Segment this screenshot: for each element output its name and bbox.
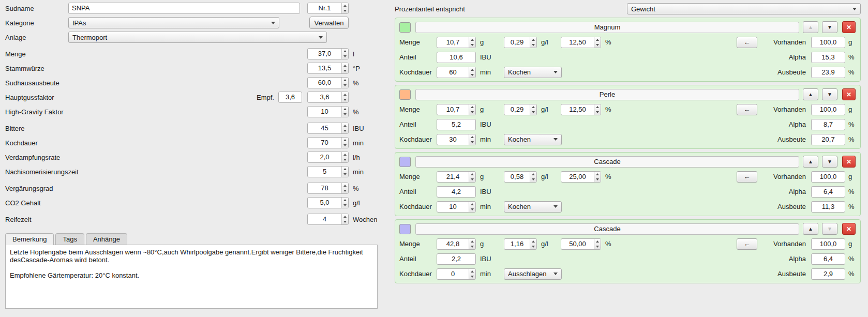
stepper-up-icon[interactable] [342, 123, 348, 128]
stepper-up-icon[interactable] [469, 239, 475, 244]
stepper-down-icon[interactable] [594, 177, 601, 182]
delete-hop-button[interactable]: ✕ [842, 156, 856, 168]
hop-gl-spinbox[interactable]: 0,58 [504, 171, 537, 183]
stepper[interactable] [341, 123, 348, 133]
stepper-up-icon[interactable] [342, 49, 348, 54]
stepper-up-icon[interactable] [594, 239, 601, 244]
stepper-up-icon[interactable] [469, 202, 475, 207]
stepper-up-icon[interactable] [530, 239, 536, 244]
stepper[interactable] [469, 172, 475, 182]
stepper-down-icon[interactable] [342, 112, 348, 117]
stepper-down-icon[interactable] [469, 140, 475, 145]
stepper-up-icon[interactable] [342, 198, 348, 203]
stepper-down-icon[interactable] [530, 42, 536, 48]
hop-color-swatch[interactable] [399, 224, 411, 234]
stepper-up-icon[interactable] [594, 172, 601, 177]
stepper[interactable] [594, 239, 601, 249]
stepper-down-icon[interactable] [342, 8, 348, 13]
stepper-down-icon[interactable] [342, 157, 348, 162]
stepper-down-icon[interactable] [342, 219, 348, 224]
stepper-up-icon[interactable] [342, 78, 348, 83]
stepper[interactable] [469, 269, 475, 279]
stepper-down-icon[interactable] [530, 244, 536, 249]
stepper-up-icon[interactable] [342, 138, 348, 143]
hop-kochdauer-spinbox[interactable]: 0 [437, 268, 476, 280]
stepper-down-icon[interactable] [469, 177, 475, 182]
stepper[interactable] [530, 239, 536, 249]
tab-bemerkung[interactable]: Bemerkung [5, 233, 54, 245]
stepper-up-icon[interactable] [469, 172, 475, 177]
stepper-down-icon[interactable] [594, 244, 601, 249]
hop-phase-select[interactable]: Kochen [504, 134, 562, 145]
vergaerungsgrad-spinbox[interactable]: 78 [307, 183, 349, 194]
move-up-button[interactable]: ▲ [803, 21, 818, 33]
stepper-up-icon[interactable] [342, 152, 348, 157]
stepper[interactable] [341, 152, 348, 162]
stepper-down-icon[interactable] [469, 207, 475, 212]
ausbeute-field[interactable]: 23,9 [811, 67, 845, 78]
stepper[interactable] [341, 63, 348, 73]
stepper[interactable] [594, 172, 601, 182]
reifezeit-spinbox[interactable]: 4 [307, 214, 349, 225]
vorhanden-field[interactable]: 100,0 [811, 37, 845, 48]
stepper-down-icon[interactable] [342, 128, 348, 133]
sudname-input[interactable]: SNPA [68, 3, 300, 14]
hop-name-field[interactable]: Cascade [415, 223, 799, 235]
delete-hop-button[interactable]: ✕ [842, 88, 856, 100]
stepper-up-icon[interactable] [342, 3, 348, 8]
move-down-button[interactable]: ▼ [822, 223, 837, 235]
menge-spinbox[interactable]: 37,0 [307, 48, 349, 59]
stepper-down-icon[interactable] [342, 203, 348, 208]
stepper-down-icon[interactable] [342, 188, 348, 193]
hop-name-field[interactable]: Magnum [415, 22, 799, 33]
stepper-up-icon[interactable] [342, 214, 348, 219]
stepper[interactable] [341, 198, 348, 208]
stepper-down-icon[interactable] [342, 83, 348, 88]
hauptgussfaktor-spinbox[interactable]: 3,6 [307, 92, 349, 103]
take-from-stock-button[interactable]: ← [737, 37, 757, 48]
stepper[interactable] [469, 37, 475, 48]
vorhanden-field[interactable]: 100,0 [811, 171, 845, 183]
hop-prozent-spinbox[interactable]: 12,50 [561, 37, 601, 48]
stepper[interactable] [530, 172, 536, 182]
stepper-down-icon[interactable] [469, 72, 475, 78]
hop-color-swatch[interactable] [399, 89, 411, 100]
hop-phase-select[interactable]: Kochen [504, 201, 562, 213]
hop-prozent-spinbox[interactable]: 50,00 [561, 238, 601, 250]
alpha-field[interactable]: 8,7 [811, 119, 845, 130]
vorhanden-field[interactable]: 100,0 [811, 104, 845, 115]
move-down-button[interactable]: ▼ [822, 21, 837, 33]
stepper-up-icon[interactable] [594, 37, 601, 42]
move-up-button[interactable]: ▲ [803, 223, 818, 235]
stepper[interactable] [341, 214, 348, 224]
stepper[interactable] [341, 78, 348, 88]
stepper-down-icon[interactable] [342, 143, 348, 148]
stepper-up-icon[interactable] [342, 63, 348, 68]
hop-phase-select[interactable]: Kochen [504, 67, 562, 78]
hop-menge-spinbox[interactable]: 10,7 [437, 37, 476, 48]
stammwuerze-spinbox[interactable]: 13,5 [307, 63, 349, 74]
move-up-button[interactable]: ▲ [803, 88, 818, 100]
anteil-field[interactable]: 4,2 [437, 186, 476, 198]
delete-hop-button[interactable]: ✕ [842, 21, 856, 33]
stepper[interactable] [594, 37, 601, 48]
hop-gl-spinbox[interactable]: 0,29 [504, 37, 537, 48]
stepper-up-icon[interactable] [469, 67, 475, 72]
stepper-down-icon[interactable] [469, 42, 475, 48]
hop-color-swatch[interactable] [399, 22, 411, 33]
anteil-field[interactable]: 10,6 [437, 52, 476, 63]
hop-kochdauer-spinbox[interactable]: 30 [437, 134, 476, 145]
stepper-up-icon[interactable] [530, 172, 536, 177]
ausbeute-field[interactable]: 11,3 [811, 201, 845, 213]
stepper-down-icon[interactable] [469, 274, 475, 279]
hop-prozent-spinbox[interactable]: 12,50 [561, 104, 601, 115]
stepper[interactable] [530, 37, 536, 48]
stepper-down-icon[interactable] [530, 177, 536, 182]
stepper-down-icon[interactable] [530, 110, 536, 115]
stepper-up-icon[interactable] [469, 37, 475, 42]
stepper-up-icon[interactable] [469, 134, 475, 140]
stepper-up-icon[interactable] [342, 183, 348, 188]
stepper-up-icon[interactable] [469, 269, 475, 274]
co2-gehalt-spinbox[interactable]: 5,0 [307, 197, 349, 208]
stepper[interactable] [594, 104, 601, 115]
